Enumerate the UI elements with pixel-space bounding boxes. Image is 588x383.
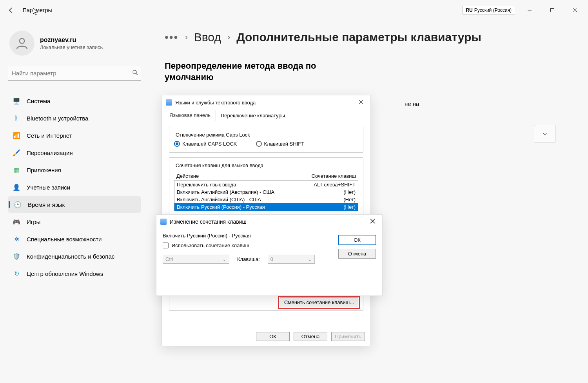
combo-value: 0	[270, 256, 273, 262]
hotkeys-legend: Сочетания клавиш для языков ввода	[174, 162, 265, 168]
sidebar-item[interactable]: 🎮Игры	[8, 213, 141, 230]
search-input[interactable]	[10, 68, 132, 78]
sidebar-item[interactable]: 🛡️Конфиденциальность и безопас	[8, 248, 141, 264]
back-button[interactable]	[2, 1, 20, 20]
sidebar-item[interactable]: 🕒Время и язык	[8, 196, 141, 213]
tab-language-bar[interactable]: Языковая панель	[164, 109, 216, 121]
nav: 🖥️СистемаᛒBluetooth и устройства📶Сеть и …	[8, 93, 141, 282]
svg-line-4	[136, 73, 138, 75]
dialog-titlebar[interactable]: Изменение сочетания клавиш	[156, 215, 382, 229]
nav-icon: 🖥️	[13, 97, 20, 105]
tab-keyboard-switch[interactable]: Переключение клавиатуры	[216, 110, 290, 121]
list-item[interactable]: Включить Английский (США) - США(Нет)	[174, 196, 358, 203]
capslock-fieldset: Отключение режима Caps Lock Клавишей CAP…	[169, 127, 363, 153]
hotkey-list[interactable]: Переключить язык вводаALT слева+SHIFTВкл…	[174, 181, 358, 211]
sidebar-item-label: Персонализация	[27, 150, 73, 156]
col-combo: Сочетание клавиш	[312, 173, 356, 179]
titlebar: Параметры RU Русский (Россия)	[0, 0, 588, 20]
breadcrumb-more[interactable]: •••	[165, 31, 178, 44]
radio-label: Клавишей SHIFT	[264, 141, 305, 147]
maximize-button[interactable]	[541, 4, 564, 16]
nav-icon: ✲	[13, 235, 20, 243]
action-cell: Включить Английский (Австралия) - США	[177, 189, 343, 195]
combo-cell: ALT слева+SHIFT	[314, 182, 356, 188]
close-icon[interactable]	[367, 217, 378, 226]
radio-icon	[256, 141, 262, 147]
cancel-button[interactable]: Отмена	[294, 332, 327, 341]
list-item[interactable]: Переключить язык вводаALT слева+SHIFT	[174, 181, 358, 188]
minimize-button[interactable]	[518, 4, 541, 16]
obscured-text: не на	[405, 100, 419, 107]
sidebar-item-label: Bluetooth и устройства	[27, 115, 88, 122]
breadcrumb-current: Дополнительные параметры клавиатуры	[236, 31, 481, 44]
ok-button[interactable]: ОК	[338, 235, 376, 245]
sidebar-item[interactable]: 🖥️Система	[8, 93, 141, 109]
nav-icon: ᛒ	[13, 114, 20, 122]
lang-name: Русский (Россия)	[474, 7, 512, 13]
avatar	[9, 31, 34, 56]
combo-cell: (Нет)	[343, 189, 356, 195]
sidebar-item[interactable]: ▦Приложения	[8, 162, 141, 178]
cancel-button[interactable]: Отмена	[338, 249, 376, 259]
ok-button[interactable]: ОК	[256, 332, 290, 341]
combo-value: Ctrl	[165, 256, 173, 262]
search-icon	[132, 69, 139, 78]
sidebar-item[interactable]: 📶Сеть и Интернет	[8, 127, 141, 144]
chevron-down-icon	[542, 131, 548, 137]
dropdown-collapsed[interactable]	[534, 125, 556, 143]
sidebar-item-label: Время и язык	[28, 201, 65, 208]
user-block[interactable]: poznyaev.ru Локальная учетная запись	[8, 31, 141, 56]
capslock-legend: Отключение режима Caps Lock	[174, 132, 252, 138]
sidebar-item-label: Сеть и Интернет	[27, 132, 72, 139]
col-action: Действие	[176, 173, 312, 179]
sidebar: poznyaev.ru Локальная учетная запись 🖥️С…	[8, 31, 141, 282]
close-button[interactable]	[564, 4, 586, 16]
svg-point-3	[133, 70, 136, 74]
sidebar-item[interactable]: ✲Специальные возможности	[8, 231, 141, 247]
list-header: Действие Сочетание клавиш	[174, 171, 358, 181]
action-cell: Переключить язык ввода	[177, 182, 314, 188]
close-icon[interactable]	[356, 98, 367, 107]
lang-code: RU	[466, 7, 472, 13]
radio-shift[interactable]: Клавишей SHIFT	[256, 141, 305, 147]
sidebar-item[interactable]: 👤Учетные записи	[8, 179, 141, 195]
use-hotkey-checkbox[interactable]: Использовать сочетание клавиш	[163, 243, 338, 248]
combo-cell: (Нет)	[343, 197, 356, 202]
language-indicator[interactable]: RU Русский (Россия)	[462, 6, 515, 15]
sidebar-item-label: Учетные записи	[27, 184, 70, 191]
dialog-title: Изменение сочетания клавиш	[170, 219, 247, 225]
search-box[interactable]	[8, 66, 141, 81]
key-combo[interactable]: 0 ⌄	[268, 255, 315, 264]
chevron-down-icon: ⌄	[222, 256, 227, 262]
nav-icon: 📶	[13, 131, 20, 139]
change-hotkey-button[interactable]: Сменить сочетание клавиш...	[280, 297, 358, 307]
user-name: poznyaev.ru	[40, 36, 103, 44]
action-cell: Включить Английский (США) - США	[177, 197, 343, 202]
modifier-combo[interactable]: Ctrl ⌄	[163, 255, 229, 264]
radio-capslock[interactable]: Клавишей CAPS LOCK	[174, 141, 237, 147]
nav-icon: ▦	[13, 166, 20, 174]
sidebar-item[interactable]: ᛒBluetooth и устройства	[8, 110, 141, 126]
dialog-footer: ОК Отмена Применить	[162, 327, 370, 346]
sidebar-item[interactable]: ↻Центр обновления Windows	[8, 265, 141, 282]
dialog-titlebar[interactable]: Языки и службы текстового ввода	[162, 95, 370, 109]
list-item[interactable]: Включить Английский (Австралия) - США(Не…	[174, 188, 358, 196]
nav-icon: 👤	[13, 183, 20, 191]
key-label: Клавиша:	[237, 256, 260, 262]
sidebar-item[interactable]: 🖌️Персонализация	[8, 144, 141, 161]
svg-rect-1	[551, 9, 554, 12]
chevron-right-icon: ›	[185, 32, 187, 42]
main: ••• › Ввод › Дополнительные параметры кл…	[165, 31, 588, 83]
breadcrumb-link[interactable]: Ввод	[194, 31, 221, 44]
checkbox-label: Использовать сочетание клавиш	[172, 243, 249, 248]
sidebar-item-label: Специальные возможности	[27, 236, 102, 243]
dialog-subtitle: Включить Русский (Россия) - Русская	[163, 233, 338, 239]
sidebar-item-label: Приложения	[27, 167, 61, 173]
sidebar-item-label: Система	[27, 98, 50, 104]
list-item[interactable]: Включить Русский (Россия) - Русская(Нет)	[174, 203, 358, 211]
breadcrumb: ••• › Ввод › Дополнительные параметры кл…	[165, 31, 588, 44]
dialog-change-hotkey: Изменение сочетания клавиш Включить Русс…	[156, 214, 383, 296]
radio-icon	[174, 141, 180, 147]
apply-button[interactable]: Применить	[331, 332, 365, 341]
tabs: Языковая панель Переключение клавиатуры	[162, 109, 370, 121]
